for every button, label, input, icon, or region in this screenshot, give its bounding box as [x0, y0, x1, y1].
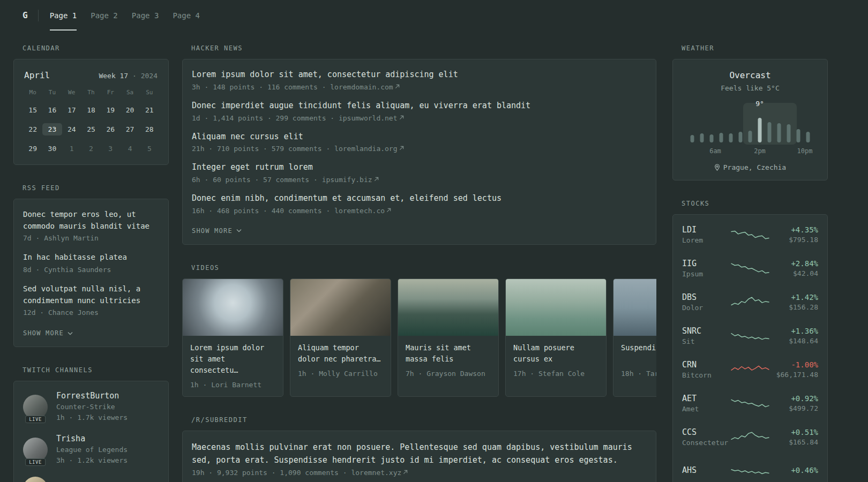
rss-item-title[interactable]: Donec tempor eros leo, ut commodo mauris… — [23, 209, 159, 232]
calendar-month: April — [24, 70, 50, 80]
stock-price: $42.04 — [791, 269, 818, 277]
stock-change: +1.36% — [789, 327, 818, 335]
tab-page-1[interactable]: Page 1 — [50, 0, 77, 31]
twitch-channel[interactable]: LIVE Trisha League of Legends 3h · 1.2k … — [23, 434, 159, 465]
hacker-news-card: Lorem ipsum dolor sit amet, consectetur … — [182, 59, 656, 245]
calendar-day: 29 — [23, 142, 42, 155]
stock-name: Amet — [682, 405, 731, 413]
calendar-widget: CALENDAR April Week 17 · 2024 MoTuWeThFr… — [13, 44, 169, 165]
twitch-channel[interactable]: LIVE ForrestBurton Counter-Strike 1h · 1… — [23, 391, 159, 423]
reddit-post-title[interactable]: Maecenas mollis pulvinar erat non posuer… — [192, 441, 647, 466]
calendar-day: 30 — [42, 142, 62, 155]
rss-item-meta: 12d · Chance Jones — [23, 308, 159, 317]
rss-show-more-button[interactable]: SHOW MORE — [23, 329, 73, 337]
stock-sparkline — [731, 363, 769, 376]
video-card[interactable]: Nullam posuere cursus ex 17h · Stefan Co… — [505, 278, 607, 397]
calendar-day: 27 — [120, 123, 139, 135]
stock-symbol: CRN — [682, 360, 731, 370]
hn-show-more-button[interactable]: SHOW MORE — [192, 227, 242, 235]
hn-source-link[interactable]: loremlandia.org — [334, 145, 403, 153]
stock-change: +0.92% — [789, 394, 818, 403]
stock-price: $499.72 — [789, 404, 818, 412]
rss-item: In hac habitasse platea 8d · Cynthia Sau… — [23, 252, 159, 274]
hn-story: Donec enim nibh, condimentum et accumsan… — [192, 193, 647, 215]
hacker-news-widget-title: HACKER NEWS — [191, 44, 656, 52]
hn-source-link[interactable]: loremtech.co — [334, 207, 391, 215]
stock-symbol: AHS — [682, 465, 731, 475]
channel-viewers: 3h · 1.2k viewers — [56, 455, 128, 466]
weather-bar — [729, 133, 733, 142]
rss-item-title[interactable]: Sed volutpat nulla nisl, a condimentum n… — [23, 283, 159, 306]
stock-price: $66,171.48 — [776, 371, 818, 379]
tab-page-2[interactable]: Page 2 — [91, 0, 118, 31]
channel-category: Counter-Strike — [56, 402, 128, 412]
video-thumbnail — [290, 279, 391, 336]
calendar-widget-title: CALENDAR — [23, 44, 169, 52]
rss-item: Sed volutpat nulla nisl, a condimentum n… — [23, 283, 159, 317]
stock-name: Bitcorn — [682, 371, 731, 379]
channel-name: Trisha — [56, 434, 128, 443]
live-badge: LIVE — [25, 458, 46, 466]
weather-widget-title: WEATHER — [682, 44, 828, 52]
video-card[interactable]: Lorem ipsum dolor sit amet consectetu… 1… — [182, 278, 283, 397]
video-meta: 18h · Tara — [621, 370, 656, 378]
weather-bar — [700, 133, 704, 142]
hn-source-link[interactable]: loremdomain.com — [330, 83, 399, 91]
video-meta: 7h · Grayson Dawson — [406, 370, 491, 378]
video-card[interactable]: Aliquam tempor dolor nec pharetra… 1h · … — [290, 278, 391, 397]
app-logo[interactable]: G — [23, 10, 38, 20]
top-nav: G Page 1 Page 2 Page 3 Page 4 — [13, 0, 868, 31]
stock-symbol: AET — [682, 394, 731, 403]
stock-symbol: IIG — [682, 259, 731, 268]
video-card[interactable]: Mauris sit amet massa felis 7h · Grayson… — [398, 278, 499, 397]
stock-price: $795.18 — [789, 236, 818, 244]
video-thumbnail — [506, 279, 606, 336]
external-link-icon — [386, 208, 391, 213]
hn-story-meta: 6h · 60 points · 57 comments · ipsumify.… — [192, 176, 647, 184]
calendar-day: 5 — [140, 142, 159, 155]
calendar-weekday: Tu — [42, 89, 62, 96]
weather-bar — [739, 132, 743, 142]
calendar-week-info: Week 17 · 2024 — [99, 72, 158, 80]
stock-name: Sit — [682, 337, 731, 345]
hacker-news-widget: HACKER NEWS Lorem ipsum dolor sit amet, … — [182, 44, 656, 245]
reddit-source-link[interactable]: loremnet.xyz — [351, 469, 408, 477]
hn-story-title[interactable]: Integer eget rutrum lorem — [192, 162, 647, 174]
tab-page-4[interactable]: Page 4 — [173, 0, 200, 31]
reddit-post: Maecenas mollis pulvinar erat non posuer… — [192, 441, 647, 477]
hn-story-title[interactable]: Lorem ipsum dolor sit amet, consectetur … — [192, 69, 647, 81]
weather-bar — [777, 123, 781, 142]
video-thumbnail — [183, 279, 283, 336]
calendar-day: 18 — [81, 104, 101, 116]
hn-source-link[interactable]: ipsumworld.net — [339, 114, 404, 122]
weather-location: Prague, Czechia — [682, 163, 818, 171]
weather-condition: Overcast — [682, 70, 818, 80]
stock-change: +2.84% — [791, 259, 818, 268]
video-card[interactable]: Suspendis diam 18h · Tara — [613, 278, 656, 397]
stock-row: SNRC Sit +1.36% $148.64 — [682, 326, 818, 346]
video-title: Suspendis diam — [621, 342, 656, 365]
rss-item-meta: 7d · Ashlyn Martin — [23, 234, 159, 242]
hn-story-title[interactable]: Donec enim nibh, condimentum et accumsan… — [192, 193, 647, 205]
calendar-day: 17 — [62, 104, 81, 116]
weather-bar — [691, 135, 694, 142]
hn-story: Lorem ipsum dolor sit amet, consectetur … — [192, 69, 647, 91]
rss-card: Donec tempor eros leo, ut commodo mauris… — [13, 199, 169, 347]
calendar-day: 16 — [42, 104, 62, 116]
hn-source-link[interactable]: ipsumify.biz — [322, 176, 379, 184]
tab-page-3[interactable]: Page 3 — [132, 0, 159, 31]
twitch-channel[interactable]: KendallCarr — [23, 477, 159, 482]
video-title: Nullam posuere cursus ex — [513, 342, 598, 365]
video-meta: 1h · Molly Carrillo — [298, 370, 383, 378]
hn-story-title[interactable]: Donec imperdiet augue tincidunt felis al… — [192, 100, 647, 112]
nav-divider — [38, 10, 39, 21]
stock-sparkline — [731, 228, 769, 242]
left-column: CALENDAR April Week 17 · 2024 MoTuWeThFr… — [13, 44, 169, 482]
hn-story-title[interactable]: Aliquam nec cursus elit — [192, 131, 647, 143]
weather-bar — [797, 129, 800, 142]
hour-label: 10pm — [797, 147, 813, 155]
videos-widget-title: VIDEOS — [191, 264, 656, 272]
rss-item-title[interactable]: In hac habitasse platea — [23, 252, 159, 263]
hn-story-meta: 21h · 710 points · 579 comments · loreml… — [192, 145, 647, 153]
calendar-day: 23 — [42, 123, 62, 135]
